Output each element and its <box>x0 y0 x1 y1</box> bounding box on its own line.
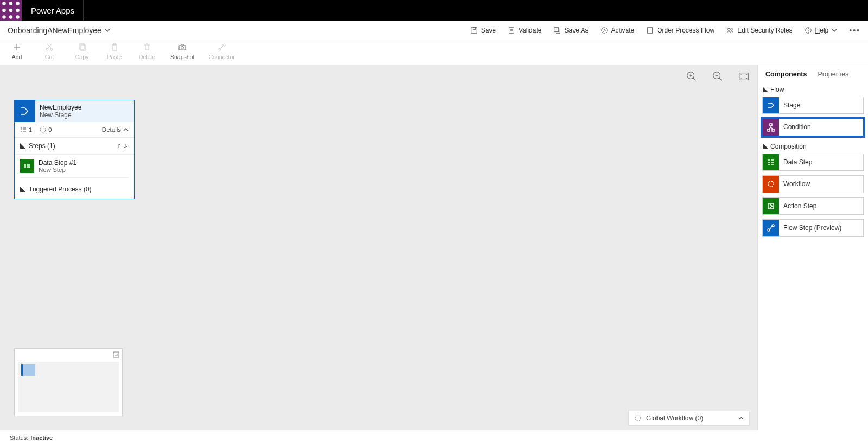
flow-section-header[interactable]: Flow <box>762 84 864 97</box>
designer-canvas[interactable]: NewEmployee New Stage 1 0 Details <box>0 65 757 430</box>
edit-security-roles-button[interactable]: Edit Security Roles <box>726 27 792 34</box>
order-label: Order Process Flow <box>657 27 714 34</box>
status-value: Inactive <box>30 434 53 441</box>
save-as-icon <box>553 27 561 34</box>
data-step-icon <box>763 154 779 170</box>
component-flow-step-label: Flow Step (Preview) <box>779 220 863 236</box>
global-workflow-bar[interactable]: Global Workflow (0) <box>628 411 750 426</box>
svg-point-5 <box>16 9 20 12</box>
camera-icon <box>178 43 187 52</box>
zoom-in-button[interactable] <box>686 71 698 82</box>
app-launcher-button[interactable] <box>0 0 22 21</box>
component-action-step[interactable]: Action Step <box>762 197 864 215</box>
connector-label: Connector <box>208 54 234 60</box>
svg-point-16 <box>727 28 730 30</box>
workflow-icon <box>763 176 779 192</box>
snapshot-button[interactable]: Snapshot <box>170 43 194 60</box>
more-commands-button[interactable]: ••• <box>849 26 860 35</box>
paste-button[interactable]: Paste <box>105 43 124 60</box>
component-stage-label: Stage <box>779 97 863 113</box>
help-icon <box>805 27 812 34</box>
svg-point-0 <box>2 2 6 5</box>
svg-rect-40 <box>768 129 770 131</box>
save-as-button[interactable]: Save As <box>553 27 588 34</box>
activate-icon <box>601 27 608 34</box>
stage-icon <box>763 97 779 113</box>
steps-count-icon <box>20 126 27 133</box>
divider <box>83 0 84 21</box>
save-button[interactable]: Save <box>470 27 496 34</box>
component-workflow[interactable]: Workflow <box>762 175 864 193</box>
help-label: Help <box>815 27 829 34</box>
cut-icon <box>45 43 54 52</box>
checklist-icon <box>508 27 515 34</box>
svg-point-20 <box>46 48 48 50</box>
reorder-steps-buttons[interactable] <box>116 143 129 149</box>
component-condition[interactable]: Condition <box>762 118 864 136</box>
save-label: Save <box>481 27 496 34</box>
minimap-expand-icon[interactable] <box>112 351 120 359</box>
cut-label: Cut <box>45 54 54 60</box>
expand-icon <box>20 187 25 192</box>
arrow-down-icon <box>122 143 129 149</box>
workflow-icon <box>634 414 642 422</box>
condition-icon <box>763 119 779 135</box>
stage-card[interactable]: NewEmployee New Stage 1 0 Details <box>14 100 135 199</box>
expand-icon <box>763 87 768 92</box>
tab-components[interactable]: Components <box>765 71 807 78</box>
component-flow-step[interactable]: Flow Step (Preview) <box>762 219 864 237</box>
minimap-viewport <box>18 362 119 412</box>
svg-rect-24 <box>112 44 117 50</box>
add-label: Add <box>12 54 22 60</box>
svg-point-8 <box>16 15 20 19</box>
svg-point-43 <box>768 181 774 187</box>
add-button[interactable]: Add <box>8 43 26 60</box>
delete-button[interactable]: Delete <box>138 43 156 60</box>
data-step-item[interactable]: Data Step #1 New Step <box>20 159 129 178</box>
component-workflow-label: Workflow <box>779 176 863 192</box>
component-data-step-label: Data Step <box>779 154 863 170</box>
svg-rect-12 <box>554 27 559 31</box>
data-step-icon <box>20 159 34 173</box>
svg-point-14 <box>601 27 607 33</box>
validate-button[interactable]: Validate <box>508 27 541 34</box>
activate-button[interactable]: Activate <box>601 27 635 34</box>
component-data-step[interactable]: Data Step <box>762 154 864 171</box>
svg-rect-11 <box>509 27 514 33</box>
component-stage[interactable]: Stage <box>762 97 864 114</box>
svg-point-37 <box>635 416 641 421</box>
help-button[interactable]: Help <box>805 27 838 34</box>
zoom-out-button[interactable] <box>712 71 724 82</box>
stage-icon <box>15 100 35 122</box>
connector-button[interactable]: Connector <box>208 43 234 60</box>
tab-properties[interactable]: Properties <box>818 71 848 78</box>
paste-label: Paste <box>107 54 122 60</box>
svg-point-3 <box>2 9 6 12</box>
fit-to-screen-button[interactable] <box>738 71 750 82</box>
triggered-process-section[interactable]: Triggered Process (0) <box>15 181 134 199</box>
chevron-down-icon <box>105 28 110 33</box>
svg-rect-39 <box>770 124 772 126</box>
app-name: Power Apps <box>22 6 83 15</box>
composition-section-label: Composition <box>770 143 807 150</box>
order-process-flow-button[interactable]: Order Process Flow <box>646 27 714 34</box>
copy-button[interactable]: Copy <box>73 43 91 60</box>
delete-label: Delete <box>139 54 155 60</box>
steps-section-header[interactable]: Steps (1) <box>15 138 134 155</box>
paste-icon <box>110 43 119 52</box>
flow-step-icon <box>763 220 779 236</box>
details-toggle[interactable]: Details <box>102 126 129 133</box>
svg-point-4 <box>9 9 12 12</box>
flow-name-dropdown[interactable]: OnboardingANewEmployee <box>8 26 110 35</box>
save-icon <box>470 27 478 34</box>
expand-icon <box>20 143 25 149</box>
arrow-up-icon <box>116 143 122 149</box>
svg-point-2 <box>16 2 20 5</box>
svg-point-17 <box>731 28 733 30</box>
copy-icon <box>78 43 86 52</box>
composition-section-header[interactable]: Composition <box>762 140 864 154</box>
security-label: Edit Security Roles <box>737 27 792 34</box>
minimap[interactable] <box>14 348 123 416</box>
add-icon <box>12 43 21 52</box>
cut-button[interactable]: Cut <box>40 43 59 60</box>
